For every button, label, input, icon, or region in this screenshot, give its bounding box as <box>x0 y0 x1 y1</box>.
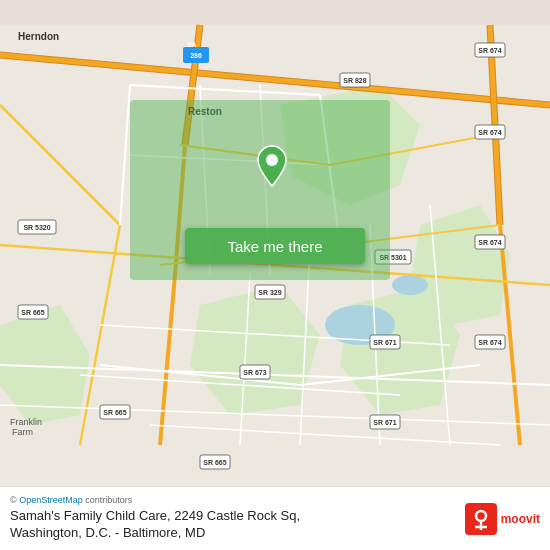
svg-text:SR 5320: SR 5320 <box>23 224 50 231</box>
map-container: 286 VA SR 674 SR 674 SR 674 SR 674 SR 82… <box>0 0 550 550</box>
svg-text:VA: VA <box>187 41 196 48</box>
svg-text:286: 286 <box>190 52 202 59</box>
location-name-line1: Samah's Family Child Care, 2249 Castle R… <box>10 508 300 523</box>
svg-text:Farm: Farm <box>12 427 33 437</box>
moovit-logo: moovit <box>465 503 540 535</box>
osm-prefix: © <box>10 495 19 505</box>
moovit-brand-text: moovit <box>501 512 540 526</box>
svg-text:SR 671: SR 671 <box>373 339 396 346</box>
svg-text:SR 665: SR 665 <box>21 309 44 316</box>
svg-point-8 <box>392 275 428 295</box>
svg-text:SR 674: SR 674 <box>478 239 501 246</box>
svg-text:Franklin: Franklin <box>10 417 42 427</box>
svg-text:Herndon: Herndon <box>18 31 59 42</box>
svg-text:SR 665: SR 665 <box>203 459 226 466</box>
svg-text:SR 673: SR 673 <box>243 369 266 376</box>
svg-text:SR 674: SR 674 <box>478 339 501 346</box>
svg-point-77 <box>266 154 278 166</box>
moovit-icon <box>465 503 497 535</box>
take-me-there-button[interactable]: Take me there <box>185 228 365 264</box>
svg-text:SR 329: SR 329 <box>258 289 281 296</box>
svg-text:SR 674: SR 674 <box>478 47 501 54</box>
location-name: Samah's Family Child Care, 2249 Castle R… <box>10 508 455 542</box>
osm-link[interactable]: OpenStreetMap <box>19 495 83 505</box>
osm-credit: © OpenStreetMap contributors <box>10 495 455 505</box>
bottom-info: © OpenStreetMap contributors Samah's Fam… <box>10 495 455 542</box>
osm-suffix: contributors <box>83 495 133 505</box>
svg-text:SR 665: SR 665 <box>103 409 126 416</box>
svg-text:SR 828: SR 828 <box>343 77 366 84</box>
svg-text:SR 674: SR 674 <box>478 129 501 136</box>
svg-text:SR 671: SR 671 <box>373 419 396 426</box>
location-pin <box>254 148 290 184</box>
svg-rect-78 <box>465 503 497 535</box>
bottom-bar: © OpenStreetMap contributors Samah's Fam… <box>0 486 550 550</box>
location-city: Washington, D.C. - Baltimore, MD <box>10 525 205 540</box>
